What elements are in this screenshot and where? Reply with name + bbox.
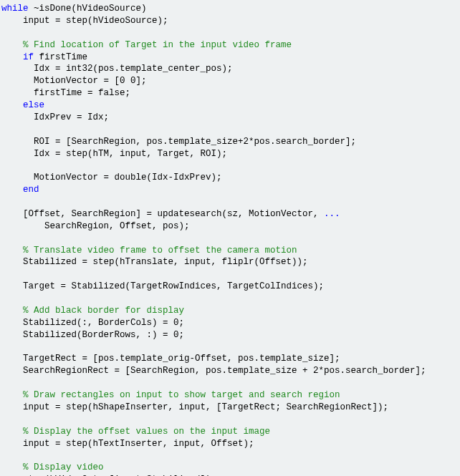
code-line: Stabilized = step(hTranslate, input, fli… xyxy=(1,256,459,268)
code-line: end xyxy=(1,184,459,196)
code-token: Stabilized = step(hTranslate, input, fli… xyxy=(1,257,308,267)
code-token xyxy=(1,306,23,316)
code-line: Stabilized(BorderRows, :) = 0; xyxy=(1,329,459,341)
code-token xyxy=(1,40,23,50)
code-line: % Display the offset values on the input… xyxy=(1,426,459,438)
code-line: SearchRegion, Offset, pos); xyxy=(1,220,459,233)
code-token: ~isDone(hVideoSource) xyxy=(29,4,147,14)
code-line: Stabilized(:, BorderCols) = 0; xyxy=(1,317,459,329)
code-line: Target = Stabilized(TargetRowIndices, Ta… xyxy=(1,281,459,293)
code-line: % Find location of Target in the input v… xyxy=(1,39,459,52)
code-line: else xyxy=(1,99,459,112)
code-token xyxy=(1,100,23,110)
code-line xyxy=(1,27,459,39)
code-line: if firstTime xyxy=(1,52,459,64)
code-token xyxy=(1,52,23,62)
code-line xyxy=(1,414,459,426)
code-line: % Translate video frame to offset the ca… xyxy=(1,245,459,257)
code-line: % Display video xyxy=(1,462,459,474)
keyword-token: else xyxy=(23,100,44,110)
code-token: IdxPrev = Idx; xyxy=(1,112,109,122)
code-token: firstTime = false; xyxy=(1,88,130,98)
code-line xyxy=(1,233,459,245)
code-token: SearchRegion, Offset, pos); xyxy=(1,221,190,231)
code-token xyxy=(1,427,23,437)
code-line: TargetRect = [pos.template_orig-Offset, … xyxy=(1,353,459,365)
code-token: MotionVector = [0 0]; xyxy=(1,76,147,86)
keyword-token: while xyxy=(1,4,29,14)
code-line: Idx = int32(pos.template_center_pos); xyxy=(1,63,459,75)
code-line xyxy=(1,268,459,281)
comment-token: % Display video xyxy=(23,462,104,472)
comment-token: % Find location of Target in the input v… xyxy=(23,40,292,50)
code-line: [Offset, SearchRegion] = updatesearch(sz… xyxy=(1,208,459,220)
code-line: % Add black border for display xyxy=(1,305,459,317)
code-line: SearchRegionRect = [SearchRegion, pos.te… xyxy=(1,365,459,377)
comment-token: % Display the offset values on the input… xyxy=(23,427,270,437)
code-line: ROI = [SearchRegion, pos.template_size+2… xyxy=(1,136,459,148)
comment-token: % Add black border for display xyxy=(23,306,184,316)
code-line xyxy=(1,450,459,462)
code-line: IdxPrev = Idx; xyxy=(1,112,459,124)
code-token: input = step(hTextInserter, input, Offse… xyxy=(1,439,254,449)
code-token xyxy=(1,462,23,472)
code-line: input = step(hTextInserter, input, Offse… xyxy=(1,438,459,450)
code-token xyxy=(1,390,23,400)
code-line xyxy=(1,341,459,354)
code-token: input = step(hShapeInserter, input, [Tar… xyxy=(1,402,388,412)
code-token: Stabilized(BorderRows, :) = 0; xyxy=(1,330,184,340)
code-line: Idx = step(hTM, input, Target, ROI); xyxy=(1,148,459,160)
code-token: [Offset, SearchRegion] = updatesearch(sz… xyxy=(1,209,324,219)
code-line: MotionVector = double(Idx-IdxPrev); xyxy=(1,172,459,184)
code-block: while ~isDone(hVideoSource) input = step… xyxy=(0,0,460,476)
code-token: TargetRect = [pos.template_orig-Offset, … xyxy=(1,354,340,364)
code-token xyxy=(1,185,23,195)
keyword-token: end xyxy=(23,185,39,195)
code-line: while ~isDone(hVideoSource) xyxy=(1,3,459,15)
code-line: firstTime = false; xyxy=(1,87,459,99)
code-token: ROI = [SearchRegion, pos.template_size+2… xyxy=(1,137,356,147)
keyword-token: if xyxy=(23,52,34,62)
code-token: input = step(hVideoSource); xyxy=(1,16,168,26)
code-line xyxy=(1,160,459,172)
code-line: input = step(hVideoSource); xyxy=(1,15,459,27)
keyword-token: ... xyxy=(324,209,340,219)
code-token: Idx = step(hTM, input, Target, ROI); xyxy=(1,149,227,159)
code-token: Stabilized(:, BorderCols) = 0; xyxy=(1,318,184,328)
code-line xyxy=(1,196,459,208)
code-line xyxy=(1,293,459,305)
code-line: MotionVector = [0 0]; xyxy=(1,75,459,87)
code-token: MotionVector = double(Idx-IdxPrev); xyxy=(1,173,222,183)
comment-token: % Draw rectangles on input to show targe… xyxy=(23,390,340,400)
code-line: input = step(hShapeInserter, input, [Tar… xyxy=(1,402,459,414)
code-token: Target = Stabilized(TargetRowIndices, Ta… xyxy=(1,281,324,291)
code-line xyxy=(1,124,459,136)
code-token: Idx = int32(pos.template_center_pos); xyxy=(1,64,233,74)
code-token: firstTime xyxy=(34,52,87,62)
comment-token: % Translate video frame to offset the ca… xyxy=(23,246,297,256)
code-token: SearchRegionRect = [SearchRegion, pos.te… xyxy=(1,366,426,376)
code-line: % Draw rectangles on input to show targe… xyxy=(1,389,459,402)
code-line xyxy=(1,377,459,389)
code-token xyxy=(1,246,23,256)
